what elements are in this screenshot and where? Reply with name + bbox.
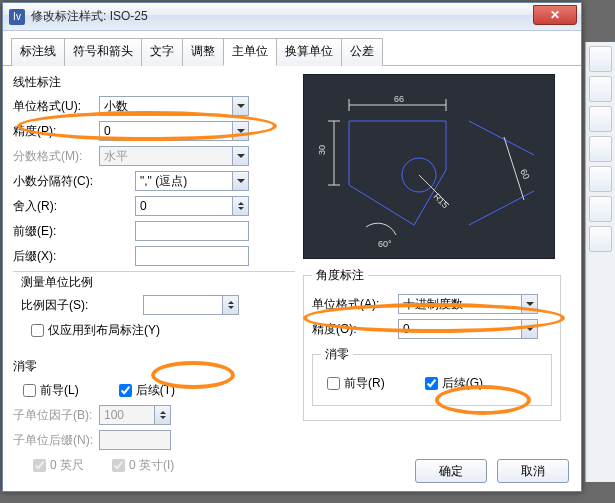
feet-checkbox: 0 英尺	[33, 457, 84, 474]
svg-line-2	[469, 191, 534, 225]
right-button-strip	[585, 42, 615, 482]
round-label: 舍入(R):	[13, 198, 93, 215]
tab-tolerances[interactable]: 公差	[341, 38, 383, 66]
decimal-sep-combo[interactable]: "," (逗点)	[135, 171, 249, 191]
dialog-footer: 确定 取消	[415, 459, 569, 483]
window-title: 修改标注样式: ISO-25	[31, 8, 148, 25]
spinner-arrows-icon	[222, 296, 238, 314]
angular-group: 角度标注 单位格式(A): 十进制度数 精度(O): 0 消零	[303, 267, 561, 421]
round-spinner[interactable]: 0	[135, 196, 249, 216]
fraction-format-combo: 水平	[99, 146, 249, 166]
linear-group-label: 线性标注	[13, 74, 295, 91]
subunit-factor-spinner: 100	[99, 405, 171, 425]
svg-text:30: 30	[317, 145, 327, 155]
spinner-arrows-icon	[154, 406, 170, 424]
app-icon: Iv	[9, 9, 25, 25]
svg-text:60°: 60°	[378, 239, 392, 249]
precision-combo[interactable]: 0	[99, 121, 249, 141]
suffix-label: 后缀(X):	[13, 248, 93, 265]
title-bar: Iv 修改标注样式: ISO-25 ✕	[3, 3, 581, 31]
angular-unit-format-label: 单位格式(A):	[312, 296, 392, 313]
chevron-down-icon	[232, 172, 248, 190]
ok-button[interactable]: 确定	[415, 459, 487, 483]
scale-group-label: 测量单位比例	[21, 275, 93, 289]
chevron-down-icon	[521, 295, 537, 313]
tab-primary-units[interactable]: 主单位	[223, 38, 277, 66]
suppress-angular-label: 消零	[321, 346, 353, 363]
apply-layout-checkbox[interactable]: 仅应用到布局标注(Y)	[31, 322, 160, 339]
angular-group-label: 角度标注	[312, 267, 368, 284]
prefix-label: 前缀(E):	[13, 223, 93, 240]
tab-symbols-arrows[interactable]: 符号和箭头	[64, 38, 142, 66]
angular-trailing-checkbox[interactable]: 后续(G)	[425, 375, 483, 392]
angular-precision-label: 精度(O):	[312, 321, 392, 338]
scale-factor-label: 比例因子(S):	[21, 297, 101, 314]
unit-format-label: 单位格式(U):	[13, 98, 93, 115]
precision-label: 精度(P):	[13, 123, 93, 140]
dialog-window: Iv 修改标注样式: ISO-25 ✕ 标注线 符号和箭头 文字 调整 主单位 …	[2, 2, 582, 492]
svg-line-1	[469, 121, 534, 155]
inches-checkbox: 0 英寸(I)	[112, 457, 174, 474]
svg-line-10	[504, 137, 524, 200]
svg-text:60: 60	[518, 167, 531, 180]
tab-strip: 标注线 符号和箭头 文字 调整 主单位 换算单位 公差	[3, 31, 581, 66]
angular-unit-format-combo[interactable]: 十进制度数	[398, 294, 538, 314]
chevron-down-icon	[232, 97, 248, 115]
suppress-angular-group: 消零 前导(R) 后续(G)	[312, 346, 552, 406]
suffix-input[interactable]	[135, 246, 249, 266]
suppress-linear-label: 消零	[13, 358, 295, 375]
close-button[interactable]: ✕	[533, 5, 577, 25]
subunit-suffix-label: 子单位后缀(N):	[13, 432, 93, 449]
unit-format-combo[interactable]: 小数	[99, 96, 249, 116]
subunit-suffix-input	[99, 430, 171, 450]
tab-text[interactable]: 文字	[141, 38, 183, 66]
chevron-down-icon	[521, 320, 537, 338]
angular-precision-combo[interactable]: 0	[398, 319, 538, 339]
tab-dimlines[interactable]: 标注线	[11, 38, 65, 66]
decimal-sep-label: 小数分隔符(C):	[13, 173, 93, 190]
subunit-factor-label: 子单位因子(B):	[13, 407, 93, 424]
preview-pane: 66 30 60 R15 60°	[303, 74, 555, 259]
scale-factor-spinner[interactable]: 1	[143, 295, 239, 315]
close-icon: ✕	[550, 8, 560, 22]
leading-checkbox[interactable]: 前导(L)	[23, 382, 79, 399]
cancel-button[interactable]: 取消	[497, 459, 569, 483]
angular-leading-checkbox[interactable]: 前导(R)	[327, 375, 385, 392]
chevron-down-icon	[232, 122, 248, 140]
svg-text:66: 66	[394, 94, 404, 104]
tab-fit[interactable]: 调整	[182, 38, 224, 66]
chevron-down-icon	[232, 147, 248, 165]
tab-content: 线性标注 单位格式(U): 小数 精度(P): 0 分数格式(	[3, 66, 581, 486]
spinner-arrows-icon	[232, 197, 248, 215]
tab-alternate-units[interactable]: 换算单位	[276, 38, 342, 66]
trailing-checkbox[interactable]: 后续(T)	[119, 382, 175, 399]
prefix-input[interactable]	[135, 221, 249, 241]
svg-text:R15: R15	[432, 191, 451, 210]
fraction-format-label: 分数格式(M):	[13, 148, 93, 165]
